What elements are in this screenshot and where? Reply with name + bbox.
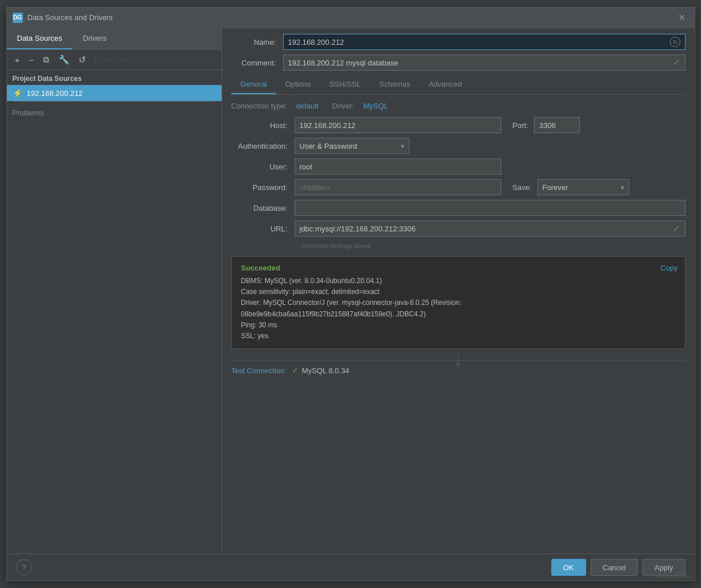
datasource-item[interactable]: ⚡ 192.168.200.212 bbox=[7, 85, 222, 101]
test-connection-button[interactable]: Test Connection bbox=[231, 366, 285, 375]
tab-drivers[interactable]: Drivers bbox=[72, 28, 117, 49]
save-select-wrap: Forever ▾ bbox=[537, 179, 629, 195]
copy-button[interactable]: ⧉ bbox=[40, 52, 53, 67]
datasource-name: 192.168.200.212 bbox=[27, 89, 83, 98]
name-input[interactable] bbox=[288, 38, 670, 47]
comment-label: Comment: bbox=[231, 59, 283, 67]
name-refresh-icon[interactable]: ↻ bbox=[670, 37, 680, 47]
datasource-icon: ⚡ bbox=[13, 88, 22, 98]
conn-type-label: Connection type: bbox=[231, 102, 288, 110]
port-input[interactable] bbox=[534, 117, 580, 133]
comment-expand-icon[interactable]: ⤢ bbox=[672, 57, 680, 68]
toolbar-separator bbox=[94, 55, 95, 65]
tab-advanced[interactable]: Advanced bbox=[420, 75, 471, 94]
success-title: Succeeded bbox=[241, 264, 676, 272]
connector-line bbox=[458, 354, 459, 361]
help-button[interactable]: ? bbox=[16, 559, 32, 575]
success-line-5: Ping: 30 ms bbox=[241, 320, 676, 331]
database-input[interactable] bbox=[295, 200, 685, 216]
test-conn-status-text: MySQL 8.0.34 bbox=[302, 366, 350, 375]
success-line-2: Case sensitivity: plain=exact, delimited… bbox=[241, 287, 676, 297]
host-row: Host: Port: bbox=[231, 117, 685, 133]
close-button[interactable]: ✕ bbox=[675, 10, 689, 25]
url-label: URL: bbox=[231, 225, 295, 233]
tab-options[interactable]: Options bbox=[276, 75, 320, 94]
problems-label: Problems bbox=[7, 102, 222, 124]
conn-type-row: Connection type: default Driver: MySQL bbox=[231, 102, 685, 110]
driver-value[interactable]: MySQL bbox=[363, 102, 388, 110]
auth-select-wrap: User & Password ▾ bbox=[295, 138, 409, 154]
success-box: Succeeded Copy DBMS: MySQL (ver. 8.0.34-… bbox=[231, 256, 685, 349]
host-input[interactable] bbox=[295, 117, 501, 133]
form-section: Host: Port: Authentication: User & Passw… bbox=[231, 117, 685, 249]
driver-label: Driver: bbox=[332, 102, 354, 110]
conn-type-value[interactable]: default bbox=[296, 102, 319, 110]
conn-type-spacer bbox=[292, 102, 294, 110]
remove-button[interactable]: − bbox=[25, 53, 37, 67]
database-label: Database: bbox=[231, 204, 295, 212]
url-input[interactable] bbox=[300, 225, 672, 233]
main-content: Data Sources Drivers + − ⧉ 🔧 ↺ ← → Proje… bbox=[7, 28, 695, 554]
tab-data-sources[interactable]: Data Sources bbox=[7, 28, 73, 49]
success-line-1: DBMS: MySQL (ver. 8.0.34-0ubuntu0.20.04.… bbox=[241, 276, 676, 287]
ok-button[interactable]: OK bbox=[551, 559, 586, 576]
left-panel: Data Sources Drivers + − ⧉ 🔧 ↺ ← → Proje… bbox=[7, 28, 222, 554]
back-button[interactable]: ← bbox=[99, 53, 115, 67]
success-line-3: Driver: MySQL Connector/J (ver. mysql-co… bbox=[241, 297, 676, 308]
auth-row: Authentication: User & Password ▾ bbox=[231, 138, 685, 154]
password-input[interactable] bbox=[295, 179, 501, 195]
comment-input[interactable] bbox=[288, 59, 672, 67]
comment-input-wrap: ⤢ bbox=[283, 55, 685, 71]
app-icon: DG bbox=[13, 13, 23, 23]
connector: ▼ bbox=[231, 354, 685, 361]
auth-label: Authentication: bbox=[231, 142, 295, 150]
main-dialog: DG Data Sources and Drivers ✕ Data Sourc… bbox=[6, 7, 695, 581]
forward-button[interactable]: → bbox=[117, 53, 133, 67]
url-row: URL: ⤢ bbox=[231, 220, 685, 237]
success-line-6: SSL: yes bbox=[241, 331, 676, 342]
overrides-text: Overrides settings above bbox=[301, 242, 685, 249]
left-tabs: Data Sources Drivers bbox=[7, 28, 222, 50]
user-label: User: bbox=[231, 163, 295, 171]
watermark: CSDN @Dontla bbox=[649, 573, 690, 579]
success-text: DBMS: MySQL (ver. 8.0.34-0ubuntu0.20.04.… bbox=[241, 276, 676, 342]
right-panel: Name: ↻ Comment: ⤢ General bbox=[222, 28, 695, 554]
test-connection-status: ✓ MySQL 8.0.34 bbox=[292, 366, 350, 375]
tab-general[interactable]: General bbox=[231, 75, 276, 94]
comment-row: Comment: ⤢ bbox=[231, 55, 685, 71]
name-label: Name: bbox=[231, 38, 283, 47]
url-input-wrap: ⤢ bbox=[295, 220, 685, 237]
check-icon: ✓ bbox=[292, 366, 299, 375]
title-bar: DG Data Sources and Drivers ✕ bbox=[7, 7, 695, 28]
name-input-wrap: ↻ bbox=[283, 34, 685, 50]
refresh-button[interactable]: ↺ bbox=[75, 52, 90, 67]
url-expand-icon[interactable]: ⤢ bbox=[672, 223, 680, 234]
tab-schemas[interactable]: Schemas bbox=[370, 75, 419, 94]
tab-ssh-ssl[interactable]: SSH/SSL bbox=[320, 75, 370, 94]
port-label: Port: bbox=[513, 121, 528, 130]
save-select[interactable]: Forever bbox=[537, 179, 629, 195]
bottom-bar: ? OK Cancel Apply CSDN @Dontla bbox=[7, 554, 695, 581]
add-button[interactable]: + bbox=[11, 53, 24, 67]
user-input[interactable] bbox=[295, 158, 501, 175]
name-row: Name: ↻ bbox=[231, 34, 685, 50]
dialog-title: Data Sources and Drivers bbox=[28, 13, 675, 22]
password-label: Password: bbox=[231, 183, 295, 192]
save-label: Save: bbox=[513, 183, 532, 192]
tabs-bar: General Options SSH/SSL Schemas Advanced bbox=[231, 75, 685, 95]
host-label: Host: bbox=[231, 121, 295, 130]
project-data-sources-header: Project Data Sources bbox=[7, 70, 222, 85]
cancel-button[interactable]: Cancel bbox=[591, 559, 638, 576]
database-row: Database: bbox=[231, 200, 685, 216]
properties-button[interactable]: 🔧 bbox=[55, 52, 73, 67]
success-line-4: 08be9e9b4cba6aa115f9b27b215887af40b159e0… bbox=[241, 309, 676, 320]
copy-button[interactable]: Copy bbox=[660, 264, 677, 272]
password-row: Password: Save: Forever ▾ bbox=[231, 179, 685, 195]
user-row: User: bbox=[231, 158, 685, 175]
left-toolbar: + − ⧉ 🔧 ↺ ← → bbox=[7, 50, 222, 70]
auth-select[interactable]: User & Password bbox=[295, 138, 409, 154]
